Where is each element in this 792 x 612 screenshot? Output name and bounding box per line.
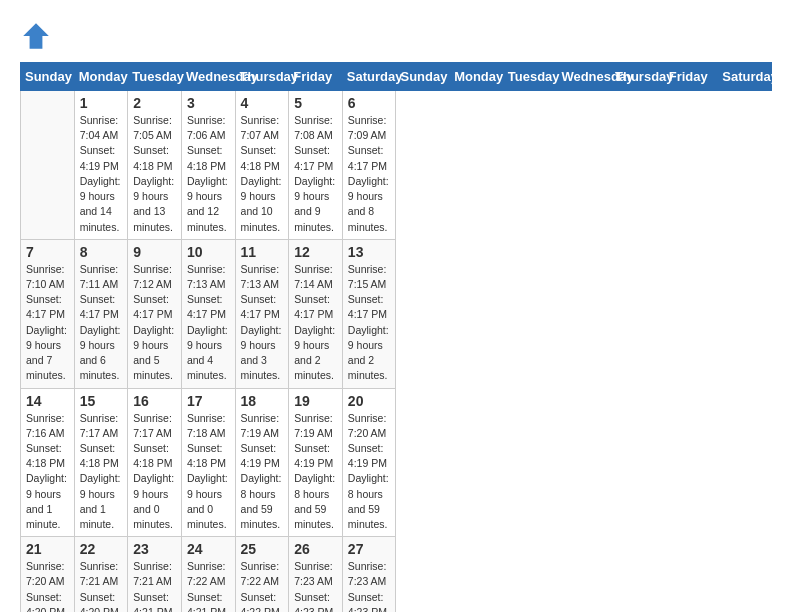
day-number: 24 bbox=[187, 541, 230, 557]
day-number: 13 bbox=[348, 244, 391, 260]
day-info: Sunrise: 7:22 AMSunset: 4:22 PMDaylight:… bbox=[241, 559, 284, 612]
day-number: 11 bbox=[241, 244, 284, 260]
day-cell: 21Sunrise: 7:20 AMSunset: 4:20 PMDayligh… bbox=[21, 537, 75, 612]
col-header-wednesday: Wednesday bbox=[557, 63, 611, 91]
day-number: 3 bbox=[187, 95, 230, 111]
day-info: Sunrise: 7:23 AMSunset: 4:23 PMDaylight:… bbox=[294, 559, 337, 612]
day-number: 10 bbox=[187, 244, 230, 260]
day-cell: 2Sunrise: 7:05 AMSunset: 4:18 PMDaylight… bbox=[128, 91, 182, 240]
col-header-tuesday: Tuesday bbox=[503, 63, 557, 91]
day-info: Sunrise: 7:20 AMSunset: 4:20 PMDaylight:… bbox=[26, 559, 69, 612]
col-header-sunday: Sunday bbox=[21, 63, 75, 91]
day-number: 26 bbox=[294, 541, 337, 557]
day-cell: 20Sunrise: 7:20 AMSunset: 4:19 PMDayligh… bbox=[342, 388, 396, 537]
col-header-thursday: Thursday bbox=[235, 63, 289, 91]
week-row-2: 7Sunrise: 7:10 AMSunset: 4:17 PMDaylight… bbox=[21, 239, 772, 388]
day-info: Sunrise: 7:07 AMSunset: 4:18 PMDaylight:… bbox=[241, 113, 284, 235]
day-info: Sunrise: 7:17 AMSunset: 4:18 PMDaylight:… bbox=[133, 411, 176, 533]
day-number: 9 bbox=[133, 244, 176, 260]
day-cell: 6Sunrise: 7:09 AMSunset: 4:17 PMDaylight… bbox=[342, 91, 396, 240]
day-info: Sunrise: 7:21 AMSunset: 4:21 PMDaylight:… bbox=[133, 559, 176, 612]
day-number: 2 bbox=[133, 95, 176, 111]
day-info: Sunrise: 7:14 AMSunset: 4:17 PMDaylight:… bbox=[294, 262, 337, 384]
day-number: 4 bbox=[241, 95, 284, 111]
day-info: Sunrise: 7:11 AMSunset: 4:17 PMDaylight:… bbox=[80, 262, 123, 384]
col-header-friday: Friday bbox=[289, 63, 343, 91]
day-info: Sunrise: 7:16 AMSunset: 4:18 PMDaylight:… bbox=[26, 411, 69, 533]
day-info: Sunrise: 7:19 AMSunset: 4:19 PMDaylight:… bbox=[241, 411, 284, 533]
day-info: Sunrise: 7:12 AMSunset: 4:17 PMDaylight:… bbox=[133, 262, 176, 384]
day-cell: 13Sunrise: 7:15 AMSunset: 4:17 PMDayligh… bbox=[342, 239, 396, 388]
day-cell: 5Sunrise: 7:08 AMSunset: 4:17 PMDaylight… bbox=[289, 91, 343, 240]
day-cell: 25Sunrise: 7:22 AMSunset: 4:22 PMDayligh… bbox=[235, 537, 289, 612]
day-number: 17 bbox=[187, 393, 230, 409]
col-header-monday: Monday bbox=[450, 63, 504, 91]
day-cell: 4Sunrise: 7:07 AMSunset: 4:18 PMDaylight… bbox=[235, 91, 289, 240]
day-info: Sunrise: 7:06 AMSunset: 4:18 PMDaylight:… bbox=[187, 113, 230, 235]
day-info: Sunrise: 7:18 AMSunset: 4:18 PMDaylight:… bbox=[187, 411, 230, 533]
day-cell: 1Sunrise: 7:04 AMSunset: 4:19 PMDaylight… bbox=[74, 91, 128, 240]
day-info: Sunrise: 7:19 AMSunset: 4:19 PMDaylight:… bbox=[294, 411, 337, 533]
day-info: Sunrise: 7:23 AMSunset: 4:23 PMDaylight:… bbox=[348, 559, 391, 612]
col-header-sunday: Sunday bbox=[396, 63, 450, 91]
day-cell: 14Sunrise: 7:16 AMSunset: 4:18 PMDayligh… bbox=[21, 388, 75, 537]
day-number: 12 bbox=[294, 244, 337, 260]
week-row-3: 14Sunrise: 7:16 AMSunset: 4:18 PMDayligh… bbox=[21, 388, 772, 537]
day-number: 15 bbox=[80, 393, 123, 409]
day-cell: 9Sunrise: 7:12 AMSunset: 4:17 PMDaylight… bbox=[128, 239, 182, 388]
day-info: Sunrise: 7:13 AMSunset: 4:17 PMDaylight:… bbox=[187, 262, 230, 384]
logo bbox=[20, 20, 56, 52]
svg-marker-0 bbox=[23, 23, 49, 49]
col-header-saturday: Saturday bbox=[342, 63, 396, 91]
week-row-1: 1Sunrise: 7:04 AMSunset: 4:19 PMDaylight… bbox=[21, 91, 772, 240]
day-cell: 8Sunrise: 7:11 AMSunset: 4:17 PMDaylight… bbox=[74, 239, 128, 388]
day-number: 20 bbox=[348, 393, 391, 409]
day-info: Sunrise: 7:13 AMSunset: 4:17 PMDaylight:… bbox=[241, 262, 284, 384]
day-cell: 12Sunrise: 7:14 AMSunset: 4:17 PMDayligh… bbox=[289, 239, 343, 388]
calendar-table: SundayMondayTuesdayWednesdayThursdayFrid… bbox=[20, 62, 772, 612]
day-number: 14 bbox=[26, 393, 69, 409]
day-number: 22 bbox=[80, 541, 123, 557]
day-info: Sunrise: 7:08 AMSunset: 4:17 PMDaylight:… bbox=[294, 113, 337, 235]
day-info: Sunrise: 7:04 AMSunset: 4:19 PMDaylight:… bbox=[80, 113, 123, 235]
day-number: 18 bbox=[241, 393, 284, 409]
day-cell: 23Sunrise: 7:21 AMSunset: 4:21 PMDayligh… bbox=[128, 537, 182, 612]
header-row: SundayMondayTuesdayWednesdayThursdayFrid… bbox=[21, 63, 772, 91]
day-number: 7 bbox=[26, 244, 69, 260]
day-cell: 11Sunrise: 7:13 AMSunset: 4:17 PMDayligh… bbox=[235, 239, 289, 388]
day-number: 16 bbox=[133, 393, 176, 409]
day-info: Sunrise: 7:21 AMSunset: 4:20 PMDaylight:… bbox=[80, 559, 123, 612]
day-info: Sunrise: 7:09 AMSunset: 4:17 PMDaylight:… bbox=[348, 113, 391, 235]
day-cell: 24Sunrise: 7:22 AMSunset: 4:21 PMDayligh… bbox=[181, 537, 235, 612]
col-header-friday: Friday bbox=[664, 63, 718, 91]
day-number: 25 bbox=[241, 541, 284, 557]
page-header bbox=[20, 20, 772, 52]
col-header-monday: Monday bbox=[74, 63, 128, 91]
day-number: 21 bbox=[26, 541, 69, 557]
logo-icon bbox=[20, 20, 52, 52]
day-cell: 22Sunrise: 7:21 AMSunset: 4:20 PMDayligh… bbox=[74, 537, 128, 612]
day-cell: 26Sunrise: 7:23 AMSunset: 4:23 PMDayligh… bbox=[289, 537, 343, 612]
day-cell: 18Sunrise: 7:19 AMSunset: 4:19 PMDayligh… bbox=[235, 388, 289, 537]
day-number: 27 bbox=[348, 541, 391, 557]
day-number: 5 bbox=[294, 95, 337, 111]
col-header-saturday: Saturday bbox=[718, 63, 772, 91]
day-info: Sunrise: 7:20 AMSunset: 4:19 PMDaylight:… bbox=[348, 411, 391, 533]
day-info: Sunrise: 7:05 AMSunset: 4:18 PMDaylight:… bbox=[133, 113, 176, 235]
day-info: Sunrise: 7:15 AMSunset: 4:17 PMDaylight:… bbox=[348, 262, 391, 384]
day-info: Sunrise: 7:10 AMSunset: 4:17 PMDaylight:… bbox=[26, 262, 69, 384]
day-cell: 7Sunrise: 7:10 AMSunset: 4:17 PMDaylight… bbox=[21, 239, 75, 388]
day-cell: 19Sunrise: 7:19 AMSunset: 4:19 PMDayligh… bbox=[289, 388, 343, 537]
day-cell: 16Sunrise: 7:17 AMSunset: 4:18 PMDayligh… bbox=[128, 388, 182, 537]
col-header-thursday: Thursday bbox=[611, 63, 665, 91]
day-number: 19 bbox=[294, 393, 337, 409]
col-header-tuesday: Tuesday bbox=[128, 63, 182, 91]
day-number: 1 bbox=[80, 95, 123, 111]
day-cell: 27Sunrise: 7:23 AMSunset: 4:23 PMDayligh… bbox=[342, 537, 396, 612]
day-cell: 10Sunrise: 7:13 AMSunset: 4:17 PMDayligh… bbox=[181, 239, 235, 388]
day-number: 23 bbox=[133, 541, 176, 557]
day-cell: 15Sunrise: 7:17 AMSunset: 4:18 PMDayligh… bbox=[74, 388, 128, 537]
day-info: Sunrise: 7:22 AMSunset: 4:21 PMDaylight:… bbox=[187, 559, 230, 612]
day-number: 8 bbox=[80, 244, 123, 260]
day-info: Sunrise: 7:17 AMSunset: 4:18 PMDaylight:… bbox=[80, 411, 123, 533]
